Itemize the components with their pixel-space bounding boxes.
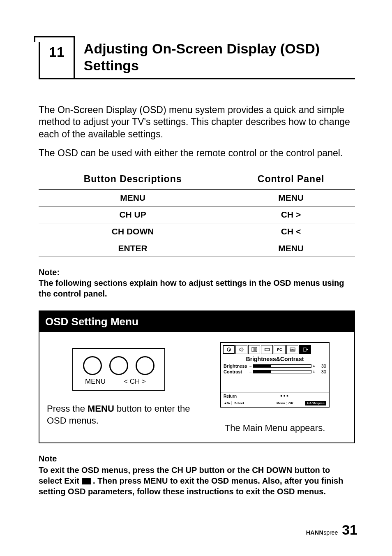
knob-label-ch: < CH > [115,378,154,386]
table-cell: MENU [39,189,227,206]
note2-label: Note [39,453,355,464]
button-descriptions-table: Button Descriptions Control Panel MENU M… [39,169,355,257]
chapter-number: 11 [49,44,65,60]
pc-icon: PC [274,345,286,354]
osd-panel-title: OSD Setting Menu [39,311,354,332]
osd-left-caption: Press the MENU button to enter the OSD m… [47,403,191,426]
knob-label-menu: MENU [83,378,108,386]
intro-paragraph-2: The OSD can be used with either the remo… [39,147,355,160]
ch-knob-icon [109,356,128,375]
screen-icon [261,345,273,354]
footer-brand-hann: HANN [306,529,323,536]
etc-icon: ETC [286,345,298,354]
ch-knob-icon [136,356,154,375]
table-cell: MENU [227,189,355,206]
control-panel-illustration: MENU < CH > [72,348,165,391]
osd-return-label: Return [224,394,252,398]
table-header-descriptions: Button Descriptions [39,169,227,189]
tools-icon [248,345,260,354]
table-cell: CH DOWN [39,223,227,240]
osd-submenu-title: Brightness&Contrast [221,356,329,362]
chapter-number-box: 11 [39,36,75,78]
chapter-title: Adjusting On-Screen Display (OSD) Settin… [75,36,355,78]
footer-brand-spree: spree [323,529,338,536]
intro-paragraph-1: The On-Screen Display (OSD) menu system … [39,104,355,141]
note-text: The following sections explain how to ad… [39,278,355,299]
note-block-1: Note: The following sections explain how… [39,267,355,299]
osd-setting-menu-panel: OSD Setting Menu MENU < CH > Press the M… [39,310,355,443]
exit-inline-icon [82,478,91,484]
osd-select-hint: ◄/► ▏Select [224,401,265,405]
osd-right-caption: The Main Menu appears. [225,422,325,434]
brightness-contrast-icon [223,345,235,354]
osd-return-symbol: ◄◄◄ [252,394,316,398]
exit-icon [299,345,311,354]
note-block-2: Note To exit the OSD menus, press the CH… [39,453,355,497]
page-footer: HANNspree 31 [306,522,357,538]
menu-knob-icon [83,356,102,375]
note-label: Note: [39,267,355,278]
note2-text: To exit the OSD menus, press the CH UP b… [39,465,355,497]
table-header-control-panel: Control Panel [227,169,355,189]
svg-rect-9 [303,348,306,351]
osd-main-menu-illustration: PC ETC Brightness&Contrast Brightness −+… [220,342,330,408]
page-number: 31 [342,522,357,538]
osd-row-contrast: Contrast −+ 30 [221,369,329,374]
table-cell: CH UP [39,206,227,223]
osd-brand-badge: HANNspree [305,401,326,405]
table-cell: CH < [227,223,355,240]
svg-rect-6 [265,349,269,351]
table-cell: MENU [227,240,355,257]
table-cell: ENTER [39,240,227,257]
svg-text:ETC: ETC [291,349,295,351]
table-cell: CH > [227,206,355,223]
osd-menu-ok-hint: Menu：OK [265,401,306,405]
chapter-header: 11 Adjusting On-Screen Display (OSD) Set… [39,36,355,79]
audio-icon [235,345,247,354]
osd-row-brightness: Brightness −+ 30 [221,364,329,368]
